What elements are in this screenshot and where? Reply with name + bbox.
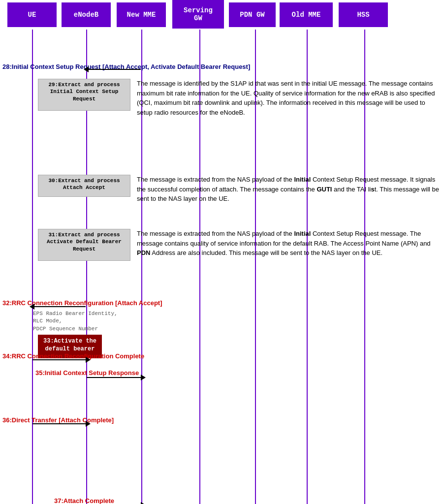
entity-PDNGW: PDN GW xyxy=(229,2,276,27)
step-box-29: 29:Extract and process Initial Context S… xyxy=(38,79,130,111)
msg-34-label: 34:RRC Connection Reconfiguration Comple… xyxy=(2,352,144,360)
sub-label-32: EPS Radio Bearer Identity,RLC Mode,PDCP … xyxy=(33,310,118,333)
msg-32-arrowhead xyxy=(30,304,34,310)
msg-37-arrowhead xyxy=(141,502,146,504)
msg-34-arrowhead xyxy=(86,357,91,363)
desc-30: The message is extracted from the NAS pa… xyxy=(137,175,440,204)
msg-35-label: 35:Initial Context Setup Response xyxy=(35,369,139,377)
lane-UE xyxy=(32,30,33,504)
msg-34-line xyxy=(32,359,86,360)
msg-36-line xyxy=(32,423,86,424)
msg-36-label: 36:Direct Transfer [Attach Complete] xyxy=(2,416,114,424)
sequence-diagram: 28:Initial Context Setup Request [Attach… xyxy=(0,30,444,504)
msg-36-arrowhead xyxy=(86,421,91,427)
diagram-container: UE eNodeB New MME ServingGW PDN GW Old M… xyxy=(0,0,444,504)
entity-HSS: HSS xyxy=(339,2,388,27)
entity-eNodeB: eNodeB xyxy=(62,2,111,27)
header-row: UE eNodeB New MME ServingGW PDN GW Old M… xyxy=(0,0,444,30)
desc-31: The message is extracted from the NAS pa… xyxy=(137,229,440,258)
step-box-30: 30:Extract and processAttach Accept xyxy=(38,175,130,197)
desc-29: The message is identified by the S1AP id… xyxy=(137,79,440,117)
entity-UE: UE xyxy=(7,2,57,27)
step-box-31: 31:Extract and processActivate Default B… xyxy=(38,229,130,261)
entity-ServingGW: ServingGW xyxy=(172,0,224,29)
msg-32-label: 32:RRC Connection Reconfiguration [Attac… xyxy=(2,299,162,307)
msg-35-line xyxy=(87,377,141,378)
entity-OldMME: Old MME xyxy=(280,2,333,27)
entity-NewMME: New MME xyxy=(117,2,166,27)
msg-28-arrowhead xyxy=(84,66,89,72)
msg-28-arrow xyxy=(87,69,141,70)
msg-37-label: 37:Attach Complete xyxy=(54,497,114,504)
msg-35-arrowhead xyxy=(141,375,146,380)
msg-32-line xyxy=(32,306,86,307)
